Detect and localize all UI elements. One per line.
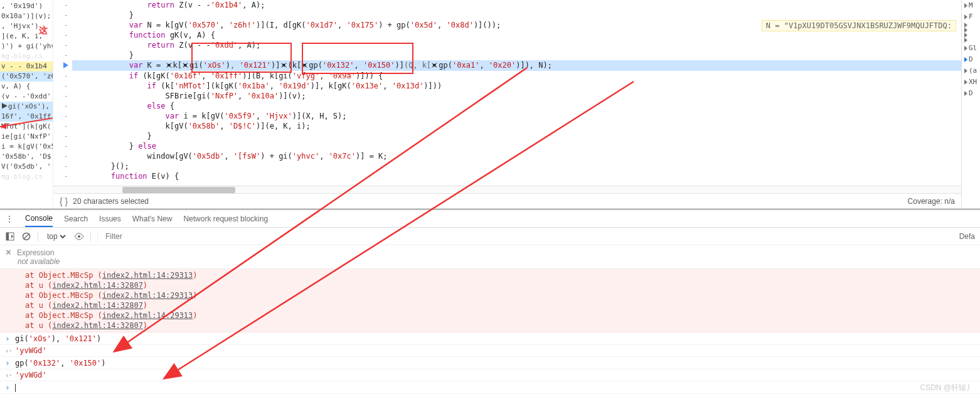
code-line[interactable]: - return Z(v - -'0x1b4', A); <box>53 0 961 10</box>
gutter[interactable]: - <box>53 121 72 131</box>
code-text[interactable]: else { <box>72 101 961 111</box>
gutter[interactable] <box>53 60 72 71</box>
console-output-row[interactable]: 'yvWGd' <box>0 345 980 357</box>
code-text[interactable]: if (k[gK('0x16f', '0x1ff')](B, k[gi('vfy… <box>72 71 961 81</box>
gutter[interactable]: - <box>53 171 72 181</box>
stack-frame[interactable]: at u (index2.html:14:32807) <box>25 320 980 331</box>
sidebar-item[interactable] <box>962 38 980 43</box>
pretty-print-icon[interactable]: { } <box>60 196 68 206</box>
code-line[interactable]: - function E(v) { <box>53 171 961 181</box>
tab-issues[interactable]: Issues <box>99 214 121 223</box>
filter-input[interactable] <box>103 231 953 242</box>
code-text[interactable]: window[gV('0x5db', '[fsW') + gi('yhvc', … <box>72 151 961 161</box>
code-line[interactable]: - window[gV('0x5db', '[fsW') + gi('yhvc'… <box>53 151 961 161</box>
console-body[interactable]: at Object.MBcSp (index2.html:14:29313)at… <box>0 269 980 397</box>
sidebar-item[interactable] <box>962 28 980 33</box>
stack-frame[interactable]: at u (index2.html:14:32807) <box>25 300 980 310</box>
console-toolbar: top Defa <box>0 228 980 245</box>
code-text[interactable]: var i = k[gV('0x5f9', 'Hjvx')](X, H, S); <box>72 111 961 121</box>
error-stack[interactable]: at Object.MBcSp (index2.html:14:29313)at… <box>0 269 980 332</box>
code-text[interactable]: } <box>72 10 961 20</box>
stack-frame[interactable]: at u (index2.html:14:32807) <box>25 280 980 290</box>
clear-console-icon[interactable] <box>21 231 31 241</box>
code-editor[interactable]: - return Z(v - -'0x1b4', A);- }- var N =… <box>53 0 961 208</box>
code-fragment-line: )') + gi('yhvc <box>0 41 53 51</box>
close-icon[interactable]: ✕ <box>5 248 12 257</box>
tab-netblock[interactable]: Network request blocking <box>183 214 268 223</box>
sidebar-item[interactable]: F <box>962 11 980 23</box>
horizontal-scrollbar[interactable] <box>53 186 961 193</box>
code-line[interactable]: - } <box>53 10 961 20</box>
sidebar-item[interactable]: D <box>962 54 980 65</box>
code-text[interactable]: return Z(v - -'0xdd', A); <box>72 40 961 50</box>
gutter[interactable]: - <box>53 141 72 151</box>
sidebar-item[interactable]: Gl <box>962 43 980 54</box>
code-text[interactable]: } <box>72 131 961 141</box>
gutter[interactable]: - <box>53 71 72 81</box>
code-text[interactable]: return Z(v - -'0x1b4', A); <box>72 0 961 10</box>
code-text[interactable]: } else <box>72 141 961 151</box>
gutter[interactable]: - <box>53 151 72 161</box>
sources-panel: 这 , '0x19d')0x10a')](v);, 'Hjvx')](e, K,… <box>0 0 980 209</box>
code-line[interactable]: - } <box>53 131 961 141</box>
toggle-sidebar-icon[interactable] <box>5 231 15 241</box>
sidebar-item[interactable]: D <box>962 88 980 99</box>
triangle-icon <box>964 68 967 73</box>
code-text[interactable]: } <box>72 50 961 60</box>
code-line[interactable]: - if (k['nMTot'](k[gK('0x1ba', '0x19d')]… <box>53 81 961 91</box>
gutter[interactable]: - <box>53 30 72 40</box>
code-line[interactable]: - return Z(v - -'0xdd', A); <box>53 40 961 50</box>
console-output-row[interactable]: 'yvWGd' <box>0 369 980 381</box>
gutter[interactable]: - <box>53 40 72 50</box>
sidebar-item[interactable]: XH <box>962 77 980 88</box>
gutter[interactable]: - <box>53 131 72 141</box>
sidebar-item[interactable] <box>962 33 980 38</box>
code-fragment-line: 0x10a')](v); <box>0 11 53 21</box>
console-input-row[interactable]: gi('xOs'), '0x121') <box>0 332 980 345</box>
code-text[interactable]: SFBrie[gi('NxfP', '0x10a')](v); <box>72 91 961 101</box>
gutter[interactable]: - <box>53 50 72 60</box>
console-prompt[interactable] <box>0 381 980 394</box>
code-line[interactable]: - } else <box>53 141 961 151</box>
gutter[interactable]: - <box>53 81 72 91</box>
code-line[interactable]: - if (k[gK('0x16f', '0x1ff')](B, k[gi('v… <box>53 71 961 81</box>
gutter[interactable]: - <box>53 0 72 10</box>
tab-whatsnew[interactable]: What's New <box>132 214 173 223</box>
code-line[interactable]: - var i = k[gV('0x5f9', 'Hjvx')](X, H, S… <box>53 111 961 121</box>
code-text[interactable]: }(); <box>72 161 961 171</box>
tab-search[interactable]: Search <box>64 214 88 223</box>
tab-console[interactable]: Console <box>25 214 53 227</box>
gutter[interactable]: - <box>53 10 72 20</box>
code-line[interactable]: - function gK(v, A) { <box>53 30 961 40</box>
debugger-sidebar[interactable]: MFGlD(aXHD <box>961 0 980 208</box>
code-text[interactable]: function E(v) { <box>72 171 961 181</box>
context-select[interactable]: top <box>45 231 68 241</box>
gutter[interactable]: - <box>53 91 72 101</box>
code-line[interactable]: - else { <box>53 101 961 111</box>
gutter[interactable]: - <box>53 111 72 121</box>
more-tabs-icon[interactable]: ⋮ <box>5 214 14 224</box>
gutter[interactable]: - <box>53 20 72 30</box>
eye-icon[interactable] <box>74 231 84 241</box>
code-text[interactable]: if (k['nMTot'](k[gK('0x1ba', '0x19d')], … <box>72 81 961 91</box>
code-line[interactable]: - }(); <box>53 161 961 171</box>
code-line[interactable]: var K = ⯍k[⯍gi('xOs'), '0x121')]⯍(k[⯍gp(… <box>53 60 961 71</box>
sidebar-item[interactable]: (a <box>962 65 980 77</box>
stack-frame[interactable]: at Object.MBcSp (index2.html:14:29313) <box>25 310 980 320</box>
stack-frame[interactable]: at Object.MBcSp (index2.html:14:29313) <box>25 290 980 300</box>
scrollbar-thumb[interactable] <box>122 187 235 193</box>
code-line[interactable]: - } <box>53 50 961 60</box>
triangle-icon <box>964 57 967 62</box>
code-line[interactable]: - k[gV('0x58b', 'D$!C')](e, K, i); <box>53 121 961 131</box>
sidebar-item[interactable]: M <box>962 0 980 11</box>
code-line[interactable]: - SFBrie[gi('NxfP', '0x10a')](v); <box>53 91 961 101</box>
code-text[interactable]: function gK(v, A) { <box>72 30 961 40</box>
levels-select[interactable]: Defa <box>959 232 975 241</box>
stack-frame[interactable]: at Object.MBcSp (index2.html:14:29313) <box>25 270 980 280</box>
code-text[interactable]: var K = ⯍k[⯍gi('xOs'), '0x121')]⯍(k[⯍gp(… <box>72 60 961 71</box>
sidebar-item[interactable] <box>962 23 980 28</box>
gutter[interactable]: - <box>53 101 72 111</box>
code-text[interactable]: k[gV('0x58b', 'D$!C')](e, K, i); <box>72 121 961 131</box>
console-input-row[interactable]: gp('0x132', '0x150') <box>0 357 980 369</box>
gutter[interactable]: - <box>53 161 72 171</box>
